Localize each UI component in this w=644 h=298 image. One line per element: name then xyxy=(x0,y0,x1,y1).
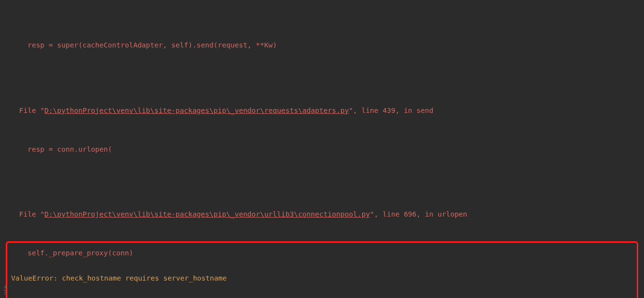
file-path-link[interactable]: D:\pythonProject\venv\lib\site-packages\… xyxy=(45,210,370,218)
file-prefix: File " xyxy=(11,210,45,218)
frame-location: ", line 696, in urlopen xyxy=(370,210,467,218)
traceback-partial-line: resp = super(cacheControlAdapter, self).… xyxy=(11,39,644,52)
traceback-code: resp = conn.urlopen( xyxy=(11,143,644,156)
value-error-line: ValueError: check_hostname requires serv… xyxy=(11,272,633,285)
traceback-frame: File "D:\pythonProject\venv\lib\site-pac… xyxy=(11,208,644,221)
sidebar-text-fragment: ure xyxy=(1,285,11,295)
terminal-output: resp = super(cacheControlAdapter, self).… xyxy=(0,0,644,298)
file-prefix: File " xyxy=(11,107,45,114)
error-highlight-box: ValueError: check_hostname requires serv… xyxy=(6,241,638,298)
traceback-frame: File "D:\pythonProject\venv\lib\site-pac… xyxy=(11,104,644,117)
file-path-link[interactable]: D:\pythonProject\venv\lib\site-packages\… xyxy=(45,107,349,114)
frame-location: ", line 439, in send xyxy=(349,107,433,114)
